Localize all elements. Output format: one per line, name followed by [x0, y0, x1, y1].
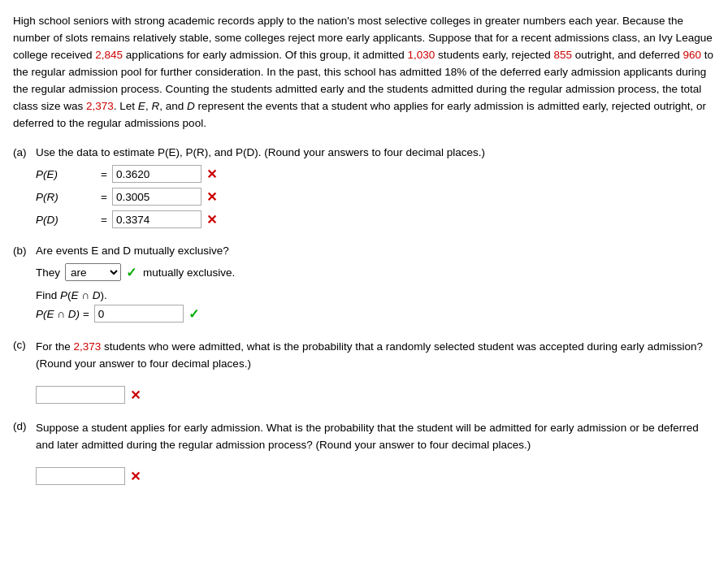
- find-pend-row: Find P(E ∩ D).: [36, 289, 715, 301]
- part-a-label: (a) Use the data to estimate P(E), P(R),…: [13, 146, 715, 158]
- part-d-label: (d) Suppose a student applies for early …: [13, 420, 715, 461]
- find-label: Find P(E ∩ D).: [36, 289, 107, 301]
- part-a-content: P(E) = ✕ P(R) = ✕ P(D) = ✕: [36, 165, 715, 228]
- part-b-section: (b) Are events E and D mutually exclusiv…: [13, 245, 715, 323]
- pd-label: P(D): [36, 214, 101, 226]
- pe-eq: =: [101, 168, 107, 180]
- pr-label: P(R): [36, 191, 101, 203]
- part-d-section: (d) Suppose a student applies for early …: [13, 420, 715, 485]
- pd-input[interactable]: [112, 210, 202, 228]
- intro-paragraph: High school seniors with strong academic…: [13, 13, 715, 132]
- pr-status-icon: ✕: [206, 189, 217, 205]
- pd-eq: =: [101, 214, 107, 226]
- part-d-status-icon: ✕: [130, 469, 141, 484]
- part-c-status-icon: ✕: [130, 388, 141, 403]
- part-d-input[interactable]: [36, 467, 125, 485]
- highlight-1030: 1,030: [408, 49, 436, 61]
- pe-status-icon: ✕: [206, 167, 217, 182]
- dropdown-check-icon: ✓: [126, 265, 136, 280]
- part-c-section: (c) For the 2,373 students who were admi…: [13, 339, 715, 404]
- highlight-2373-intro: 2,373: [86, 100, 114, 112]
- pend-input-row: P(E ∩ D) = ✓: [36, 305, 715, 323]
- pd-status-icon: ✕: [206, 212, 217, 227]
- part-d-content: ✕: [36, 467, 715, 485]
- highlight-960: 960: [683, 49, 702, 61]
- intro-text-5: students early, rejected: [435, 49, 553, 61]
- pend-input[interactable]: [94, 305, 184, 323]
- part-c-input-row: ✕: [36, 386, 715, 404]
- they-label: They: [36, 266, 60, 279]
- part-a-section: (a) Use the data to estimate P(E), P(R),…: [13, 146, 715, 228]
- highlight-2373-c: 2,373: [74, 340, 102, 353]
- part-c-label: (c) For the 2,373 students who were admi…: [13, 339, 715, 379]
- pe-label: P(E): [36, 168, 101, 180]
- pr-input[interactable]: [112, 188, 202, 206]
- mutually-exclusive-dropdown[interactable]: are are not: [65, 263, 121, 281]
- pd-row: P(D) = ✕: [36, 210, 715, 228]
- part-b-question: Are events E and D mutually exclusive?: [36, 245, 229, 257]
- pe-row: P(E) = ✕: [36, 165, 715, 183]
- pr-row: P(R) = ✕: [36, 188, 715, 206]
- pe-input[interactable]: [112, 165, 202, 183]
- part-c-content: ✕: [36, 386, 715, 404]
- part-b-letter: (b): [13, 245, 36, 257]
- highlight-855: 855: [553, 49, 572, 61]
- part-b-label: (b) Are events E and D mutually exclusiv…: [13, 245, 715, 257]
- part-a-question: Use the data to estimate P(E), P(R), and…: [36, 146, 485, 158]
- part-a-letter: (a): [13, 146, 36, 158]
- part-d-question: Suppose a student applies for early admi…: [36, 420, 715, 454]
- part-c-question: For the 2,373 students who were admitted…: [36, 339, 715, 373]
- intro-text-7: outright, and deferred: [572, 49, 683, 61]
- intro-text-3: applications for early admission. Of thi…: [123, 49, 407, 61]
- pr-eq: =: [101, 191, 107, 203]
- part-b-content: They are are not ✓ mutually exclusive. F…: [36, 263, 715, 323]
- part-d-input-row: ✕: [36, 467, 715, 485]
- intro-text-11: . Let E, R, and D represent the events t…: [13, 100, 706, 129]
- mutually-text: mutually exclusive.: [143, 266, 235, 279]
- part-c-input[interactable]: [36, 386, 125, 404]
- part-d-letter: (d): [13, 420, 36, 432]
- pend-label: P(E ∩ D) =: [36, 308, 89, 320]
- part-c-letter: (c): [13, 339, 36, 351]
- highlight-2845: 2,845: [95, 49, 123, 61]
- mutually-exclusive-row: They are are not ✓ mutually exclusive.: [36, 263, 715, 281]
- pend-check-icon: ✓: [188, 306, 199, 322]
